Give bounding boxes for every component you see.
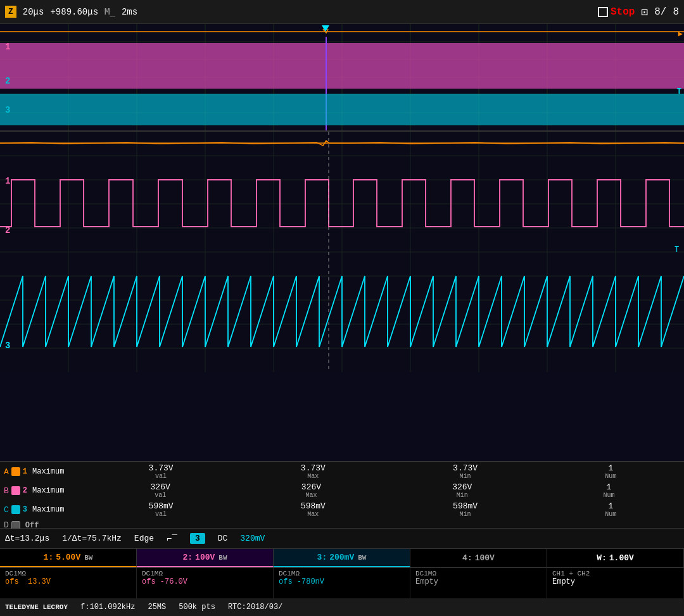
ch3-coupling: DC1MΩ [279, 570, 300, 577]
overview-trigger-arrow [322, 25, 329, 32]
chw-offset: CH1 + CH2 Empty [547, 568, 684, 598]
status-points: 500k pts [179, 603, 215, 612]
main-panel: T 1 2 3 [0, 132, 684, 462]
meas-a-val: 3.73V [149, 463, 174, 473]
delta-bar: Δt=13.2μs 1/Δt=75.7kHz Edge ⌐‾ 3 DC 320m… [0, 529, 684, 549]
meas-c-val-label: val [155, 511, 167, 518]
overview-panel: 1 2 3 T ▶ [0, 24, 684, 132]
main-waveform: T [0, 132, 684, 461]
meas-a-val-label: val [155, 473, 167, 480]
ch3-bw: BW [358, 554, 366, 562]
delta-t: Δt=13.2μs [5, 534, 49, 543]
meas-b-min-label: Min [457, 492, 468, 499]
meas-a-num: 1 [608, 463, 613, 473]
ch2-offset-val: ofs -76.0V [142, 577, 187, 586]
meas-id-a: A [4, 467, 9, 477]
meas-color-b [11, 486, 20, 495]
ch4-offset: DC1MΩ Empty [410, 568, 547, 598]
ch2-offset: DC1MΩ ofs -76.0V [137, 568, 274, 598]
ch3-offset-val: ofs -780nV [279, 577, 324, 586]
ch4-coupling: DC1MΩ [415, 570, 436, 577]
ch2-coupling: DC1MΩ [142, 570, 163, 577]
ch4-num: 4: [462, 553, 472, 563]
chw-setting[interactable]: W: 1.00V [547, 549, 684, 567]
status-bar: TELEDYNE LECROY f:101.092kHz 25MS 500k p… [0, 598, 684, 616]
meas-type-c: Maximum [32, 505, 64, 514]
meas-b-min: 326V [452, 482, 472, 492]
meas-b-val-label: val [155, 492, 166, 499]
meas-type-b: Maximum [32, 486, 64, 495]
overview-grid [0, 24, 684, 130]
meas-b-val: 326V [151, 482, 170, 492]
ch2-num: 2: [182, 553, 193, 562]
acq-icon: ⊡ [641, 5, 648, 19]
meas-ch-a: 1 [23, 467, 27, 476]
status-freq: f:101.092kHz [80, 603, 135, 612]
status-sample-rate: 25MS [148, 603, 166, 612]
meas-a-min-label: Min [460, 473, 471, 480]
memory-time[interactable]: 2ms [122, 7, 137, 17]
main-ch3-label: 3 [5, 341, 10, 351]
oscilloscope: Z 20μs +989.60μs M̲ 2ms Stop ⊡ 8/ 8 [0, 0, 684, 616]
inv-delta: 1/Δt=75.7kHz [62, 534, 122, 543]
status-rtc: RTC:2018/03/ [228, 603, 282, 612]
overview-right-arrow: ▶ [678, 29, 683, 39]
meas-color-c [11, 505, 20, 514]
overview-t-label: T [677, 87, 681, 96]
meas-id-c: C [4, 505, 9, 515]
overview-ch1-label: 1 [5, 42, 10, 52]
ch1-volt: 5.00V [56, 553, 80, 562]
acq-count: 8/ [654, 6, 666, 18]
timebase-value[interactable]: 20μs [23, 7, 44, 17]
meas-b-num: 1 [607, 482, 612, 492]
brand-name: TELEDYNE LECROY [5, 603, 68, 611]
svg-text:T: T [674, 246, 679, 255]
main-ch2-label: 2 [5, 225, 10, 236]
memory-icon: M̲ [104, 6, 115, 17]
ch2-bw: BW [218, 554, 227, 562]
meas-row-b: B 2 Maximum 326V val 326V Max 326V Min [0, 481, 684, 500]
ch1-setting[interactable]: 1: 5.00V BW [0, 549, 137, 567]
meas-c-min-label: Min [460, 511, 471, 518]
meas-c-num-label: Num [605, 511, 616, 518]
meas-label-c: C 3 Maximum [4, 505, 80, 515]
meas-c-min: 598mV [453, 501, 478, 511]
ch4-volt: 100V [475, 553, 495, 563]
meas-a-num-label: Num [605, 473, 616, 480]
meas-c-val: 598mV [149, 501, 174, 511]
meas-row-c: C 3 Maximum 598mV val 598mV Max 598mV Mi… [0, 500, 684, 519]
ch4-setting[interactable]: 4: 100V [410, 549, 547, 567]
overview-ch2-label: 2 [5, 76, 10, 86]
svg-rect-16 [0, 94, 684, 125]
meas-c-max: 598mV [301, 501, 326, 511]
ch1-offset: DC1MΩ ofs 13.3V [0, 568, 137, 598]
svg-rect-14 [0, 43, 684, 89]
chw-offset-val: Empty [552, 577, 575, 586]
ch-offset-bar: DC1MΩ ofs 13.3V DC1MΩ ofs -76.0V DC1MΩ o… [0, 568, 684, 598]
ch1-num: 1: [44, 553, 54, 562]
ch1-bw: BW [84, 554, 92, 562]
ch2-setting[interactable]: 2: 100V BW [137, 549, 274, 567]
trigger-coupling: DC [218, 534, 228, 543]
meas-b-max-label: Max [305, 492, 317, 499]
stop-button[interactable]: Stop [598, 6, 635, 18]
acq-total: 8 [673, 6, 679, 18]
overview-ch3-label: 3 [5, 105, 10, 115]
ch4-offset-val: Empty [415, 577, 438, 586]
meas-c-num: 1 [608, 501, 613, 511]
toolbar: Z 20μs +989.60μs M̲ 2ms Stop ⊡ 8/ 8 [0, 0, 684, 24]
meas-ch-c: 3 [23, 505, 27, 514]
meas-b-max: 326V [301, 482, 321, 492]
ch-settings-bar: 1: 5.00V BW 2: 100V BW 3: 200mV BW 4: 10… [0, 549, 684, 568]
meas-a-max: 3.73V [301, 463, 326, 473]
meas-id-b: B [4, 486, 9, 496]
stop-icon [598, 7, 608, 17]
meas-a-min: 3.73V [453, 463, 478, 473]
meas-b-num-label: Num [603, 492, 614, 499]
main-ch1-label: 1 [5, 176, 10, 186]
chw-volt: 1.00V [609, 553, 634, 563]
meas-type-a: Maximum [32, 467, 64, 476]
ch3-setting[interactable]: 3: 200mV BW [274, 549, 410, 567]
chw-coupling: CH1 + CH2 [552, 570, 590, 577]
trigger-slope-icon: ⌐‾ [167, 534, 177, 544]
